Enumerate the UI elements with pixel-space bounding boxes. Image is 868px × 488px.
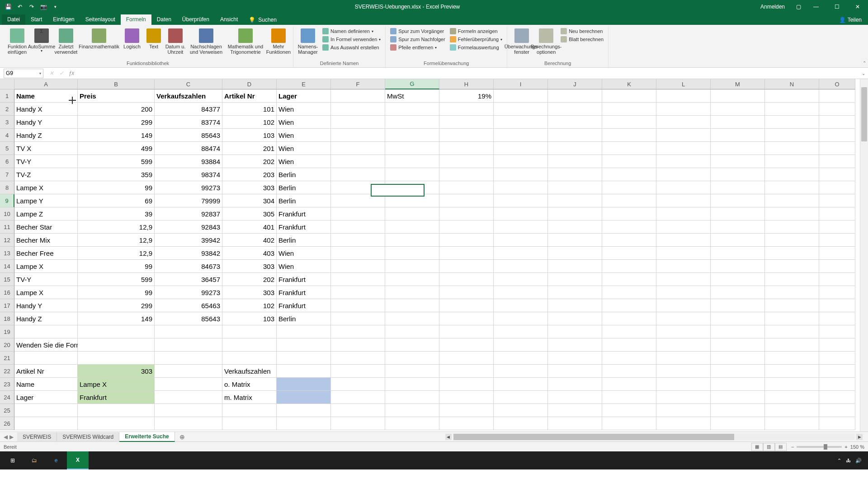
cell-C14[interactable]: 84673 [155, 260, 222, 273]
cell-A25[interactable] [14, 404, 78, 417]
cell-O15[interactable] [819, 273, 855, 286]
cell-G12[interactable] [385, 234, 439, 247]
cell-F21[interactable] [331, 352, 385, 365]
cell-E13[interactable]: Wien [277, 247, 331, 260]
cell-J5[interactable] [548, 142, 602, 155]
cell-F9[interactable] [331, 194, 385, 207]
cell-N9[interactable] [765, 194, 819, 207]
cell-L19[interactable] [656, 325, 711, 338]
cell-N5[interactable] [765, 142, 819, 155]
cell-F15[interactable] [331, 273, 385, 286]
cell-K3[interactable] [602, 116, 656, 129]
evaluate-formula-button[interactable]: Formelauswertung [448, 44, 505, 51]
network-icon[interactable]: 🖧 [846, 458, 851, 463]
cell-M22[interactable] [711, 365, 765, 378]
col-header-B[interactable]: B [78, 79, 155, 89]
cell-N19[interactable] [765, 325, 819, 338]
cell-C22[interactable] [155, 365, 222, 378]
cell-J23[interactable] [548, 378, 602, 391]
cell-F3[interactable] [331, 116, 385, 129]
cell-K13[interactable] [602, 247, 656, 260]
search-box[interactable]: 💡 Suchen [243, 15, 282, 25]
cell-L15[interactable] [656, 273, 711, 286]
calc-now-button[interactable]: Neu berechnen [559, 28, 605, 35]
cell-L2[interactable] [656, 103, 711, 116]
system-tray[interactable]: ⌃ 🖧 🔊 [837, 458, 866, 464]
logical-button[interactable]: Logisch [120, 28, 144, 49]
cell-L24[interactable] [656, 391, 711, 404]
cell-M7[interactable] [711, 168, 765, 181]
cell-G14[interactable] [385, 260, 439, 273]
cell-H1[interactable]: 19% [439, 89, 494, 103]
row-header-15[interactable]: 15 [0, 273, 14, 286]
cell-D14[interactable]: 303 [222, 260, 277, 273]
zoom-slider[interactable] [797, 446, 842, 448]
cell-A9[interactable]: Lampe Y [14, 194, 78, 207]
cell-B1[interactable]: Preis [78, 89, 155, 103]
add-sheet-button[interactable]: ⊕ [175, 433, 189, 441]
cell-B3[interactable]: 299 [78, 116, 155, 129]
define-name-button[interactable]: Namen definieren ▾ [321, 28, 382, 35]
cell-O12[interactable] [819, 234, 855, 247]
formula-input[interactable] [80, 69, 859, 78]
cell-C25[interactable] [155, 404, 222, 417]
cell-E16[interactable]: Frankfurt [277, 286, 331, 299]
cell-K25[interactable] [602, 404, 656, 417]
col-header-E[interactable]: E [277, 79, 331, 89]
col-header-M[interactable]: M [711, 79, 765, 89]
cell-A13[interactable]: Becher Free [14, 247, 78, 260]
sheet-tab-2[interactable]: SVERWEIS Wildcard [57, 432, 119, 441]
row-header-13[interactable]: 13 [0, 247, 14, 260]
spreadsheet-grid[interactable]: ABCDEFGHIJKLMNO 123456789101112131415161… [0, 79, 868, 432]
cell-L17[interactable] [656, 299, 711, 312]
cell-L21[interactable] [656, 352, 711, 365]
cell-C4[interactable]: 85643 [155, 129, 222, 142]
cell-I10[interactable] [494, 207, 548, 221]
cell-F11[interactable] [331, 221, 385, 234]
cell-J19[interactable] [548, 325, 602, 338]
cell-L10[interactable] [656, 207, 711, 221]
cell-D12[interactable]: 402 [222, 234, 277, 247]
cell-A6[interactable]: TV-Y [14, 155, 78, 168]
cell-H15[interactable] [439, 273, 494, 286]
cell-I11[interactable] [494, 221, 548, 234]
cell-H7[interactable] [439, 168, 494, 181]
cell-I22[interactable] [494, 365, 548, 378]
cell-G2[interactable] [385, 103, 439, 116]
cell-D24[interactable]: m. Matrix [222, 391, 277, 404]
cell-L22[interactable] [656, 365, 711, 378]
cell-H25[interactable] [439, 404, 494, 417]
cell-M26[interactable] [711, 417, 765, 430]
sheet-tab-3[interactable]: Erweiterte Suche [119, 432, 175, 442]
cell-E26[interactable] [277, 417, 331, 430]
cell-G11[interactable] [385, 221, 439, 234]
cell-G23[interactable] [385, 378, 439, 391]
cell-H16[interactable] [439, 286, 494, 299]
cell-M19[interactable] [711, 325, 765, 338]
cell-A7[interactable]: TV-Z [14, 168, 78, 181]
math-button[interactable]: Mathematik und Trigonometrie [225, 28, 266, 55]
cell-K24[interactable] [602, 391, 656, 404]
cell-J6[interactable] [548, 155, 602, 168]
cell-I17[interactable] [494, 299, 548, 312]
zoom-level[interactable]: 150 % [850, 444, 864, 450]
cell-F16[interactable] [331, 286, 385, 299]
cell-C9[interactable]: 79999 [155, 194, 222, 207]
error-checking-button[interactable]: Fehlerüberprüfung ▾ [448, 36, 505, 43]
cell-C5[interactable]: 88474 [155, 142, 222, 155]
cell-J17[interactable] [548, 299, 602, 312]
share-button[interactable]: 👤 Teilen [833, 15, 868, 25]
cell-O19[interactable] [819, 325, 855, 338]
cell-I8[interactable] [494, 181, 548, 194]
cell-L20[interactable] [656, 338, 711, 352]
tab-formulas[interactable]: Formeln [121, 14, 151, 25]
cell-I13[interactable] [494, 247, 548, 260]
cell-M12[interactable] [711, 234, 765, 247]
cell-B12[interactable]: 12,9 [78, 234, 155, 247]
cell-C3[interactable]: 83774 [155, 116, 222, 129]
cell-F8[interactable] [331, 181, 385, 194]
cell-J21[interactable] [548, 352, 602, 365]
cell-N13[interactable] [765, 247, 819, 260]
cell-E22[interactable] [277, 365, 331, 378]
tab-start[interactable]: Start [25, 14, 47, 25]
